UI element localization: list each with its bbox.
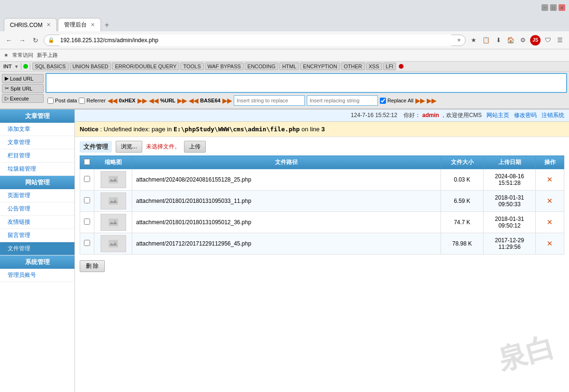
vpn-icon[interactable]: JS [530,35,541,46]
sidebar-item-column-mgmt[interactable]: 栏目管理 [0,149,74,163]
hackbar-sql-basics[interactable]: SQL BASICS [32,63,69,70]
upload-btn[interactable]: 上传 [184,141,206,153]
post-data-checkbox[interactable] [47,98,54,104]
status-datetime: 124-7-16 15:52:12 [351,112,397,119]
row-checkbox-3[interactable] [84,240,90,246]
content-area: 124-7-16 15:52:12 你好： admin ，欢迎使用CMS 网站主… [75,109,569,392]
url-label: %URL [160,98,175,103]
notice-line-number: 3 [321,126,325,133]
bookmarks-bar: ★ 常常访问 新手上路 [0,49,569,62]
insert-string-input[interactable] [234,95,305,106]
svg-rect-4 [109,219,118,226]
maximize-btn[interactable]: □ [550,4,557,11]
sidebar-item-message-mgmt[interactable]: 留言管理 [0,229,74,242]
address-input[interactable] [55,35,456,46]
sidebar-item-announcement[interactable]: 公告管理 [0,202,74,216]
back-btn[interactable]: ← [4,35,14,46]
load-url-btn[interactable]: ▶ Load URL [2,74,44,83]
insert-replacing-input[interactable] [307,95,378,106]
svg-rect-0 [109,176,118,183]
new-tab-btn[interactable]: + [101,19,113,31]
shield-icon[interactable]: 🛡 [542,35,553,46]
sidebar-item-add-article[interactable]: 添加文章 [0,123,74,136]
hackbar-tools[interactable]: TOOLS [180,63,203,70]
base64-label: BASE64 [200,98,220,103]
row-checkbox-1[interactable] [84,197,90,203]
int-dropdown[interactable]: ▼ [14,64,19,69]
forward-btn[interactable]: → [17,35,28,46]
minimize-btn[interactable]: − [541,4,548,11]
tab-chriscom-close[interactable]: ✕ [46,22,51,28]
refresh-btn[interactable]: ↻ [30,35,41,46]
arrow-right-0xhex: ▶▶ [138,97,147,104]
replace-all-checkbox[interactable] [380,98,386,104]
file-size-0: 0.03 K [441,169,484,191]
file-path-0: attachment/202408/20240816155128_25.php [132,169,441,191]
split-url-btn[interactable]: ✂ Split URL [2,84,44,93]
select-all-checkbox[interactable] [84,159,90,165]
hackbar-other[interactable]: OTHER [341,63,365,70]
sidebar-item-page-mgmt[interactable]: 页面管理 [0,189,74,202]
bookmark-newuser[interactable]: 新手上路 [37,52,58,59]
sidebar-item-friendly-link[interactable]: 友情链接 [0,216,74,229]
post-data-checkbox-label[interactable]: Post data [47,98,77,104]
delete-btn-0[interactable]: ✕ [547,175,553,184]
referrer-checkbox[interactable] [79,98,85,104]
toolbar-icons: ★ 📋 ⬇ 🏠 ⚙ JS 🛡 ☰ [468,35,565,46]
browse-btn[interactable]: 浏览... [116,141,142,153]
hackbar-encryption[interactable]: ENCRYPTION [300,63,340,70]
referrer-checkbox-label[interactable]: Referrer [79,98,105,104]
tab-admin-close[interactable]: ✕ [91,22,95,28]
delete-btn-1[interactable]: ✕ [547,197,553,205]
table-row: attachment/201801/20180131095012_36.php … [80,212,564,233]
execute-btn[interactable]: ▷ Execute [2,94,44,103]
sidebar-item-admin-account[interactable]: 管理员账号 [0,269,74,282]
file-path-2: attachment/201801/20180131095012_36.php [132,212,441,233]
sidebar-item-file-mgmt[interactable]: 文件管理 [0,242,74,255]
link-change-password[interactable]: 修改密码 [514,112,537,119]
file-date-2: 2018-01-3109:50:12 [484,212,536,233]
delete-btn-3[interactable]: ✕ [547,239,553,248]
hackbar-union-based[interactable]: UNION BASED [70,63,111,70]
hackbar-lfi[interactable]: LFI [383,63,396,70]
sidebar-item-trash-mgmt[interactable]: 垃圾箱管理 [0,163,74,176]
hackbar-url-input[interactable] [46,73,567,93]
delete-all-btn[interactable]: 删 除 [80,260,105,272]
hackbar-xss[interactable]: XSS [366,63,382,70]
link-logout[interactable]: 注销系统 [541,112,564,119]
sidebar-section-article: 文章管理 [0,109,74,123]
hackbar-html[interactable]: HTML [279,63,299,70]
file-date-1: 2018-01-3109:50:33 [484,191,536,212]
home-icon[interactable]: 🏠 [505,35,516,46]
replace-all-label[interactable]: Replace All [380,98,413,104]
hackbar: INT ▼ SQL BASICS UNION BASED ERROR/DOUBL… [0,62,569,109]
row-checkbox-2[interactable] [84,219,90,225]
download-icon[interactable]: ⬇ [493,35,504,46]
close-btn[interactable]: ✕ [559,4,565,11]
delete-btn-2[interactable]: ✕ [547,218,553,227]
bookmark-star[interactable]: ★ [457,37,461,43]
thumbnail-3 [101,235,126,252]
menu-icon[interactable]: ☰ [555,35,565,46]
tab-chriscom[interactable]: CHRIS.COM ✕ [4,18,57,31]
hackbar-error-double[interactable]: ERROR/DOUBLE QUERY [112,63,179,70]
row-checkbox-0[interactable] [84,176,90,182]
file-placeholder: 未选择文件。 [146,143,180,151]
notice-type: Notice [80,126,99,133]
sep2 [30,63,30,70]
history-icon[interactable]: 📋 [481,35,491,46]
sidebar: 文章管理 添加文章 文章管理 栏目管理 垃圾箱管理 网站管理 页面管理 公告管理… [0,109,75,392]
sidebar-item-article-list[interactable]: 文章管理 [0,136,74,149]
col-checkbox [80,156,94,169]
hackbar-encoding[interactable]: ENCODING [245,63,278,70]
favorites-icon[interactable]: ★ [468,35,479,46]
link-site-home[interactable]: 网站主页 [486,112,509,119]
file-date-3: 2017-12-2911:29:56 [484,233,536,255]
hackbar-waf-bypass[interactable]: WAF BYPASS [205,63,244,70]
replace-end-arrow: ▶▶ [427,97,436,104]
tab-admin[interactable]: 管理后台 ✕ [58,18,101,31]
table-row: attachment/202408/20240816155128_25.php … [80,169,564,191]
bookmark-frequent[interactable]: 常常访问 [12,52,33,59]
settings-icon[interactable]: ⚙ [518,35,528,46]
file-path-1: attachment/201801/20180131095033_11.php [132,191,441,212]
